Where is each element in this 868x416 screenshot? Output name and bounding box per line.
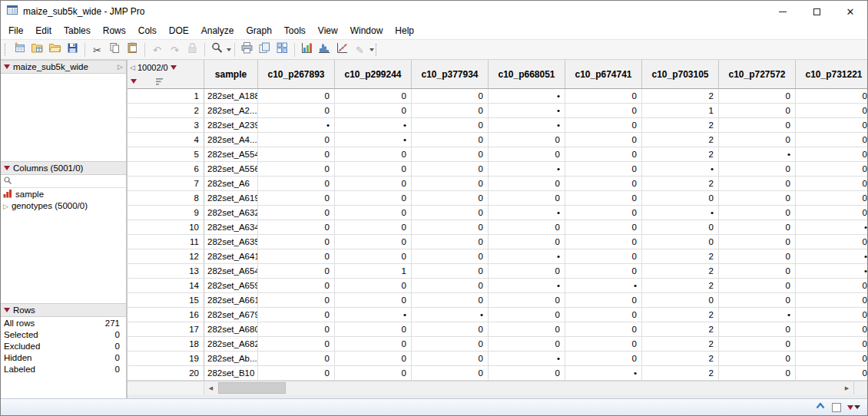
value-cell[interactable]: 0: [719, 206, 796, 220]
value-cell[interactable]: 0: [796, 308, 868, 322]
value-cell[interactable]: 0: [335, 235, 412, 249]
value-cell[interactable]: 0: [565, 352, 642, 366]
value-cell[interactable]: 0: [565, 147, 642, 162]
value-cell[interactable]: 0: [565, 133, 642, 147]
row-number-cell[interactable]: 11: [128, 235, 204, 249]
value-cell[interactable]: 0: [412, 177, 489, 191]
value-cell[interactable]: 0: [258, 191, 335, 206]
value-cell[interactable]: 0: [489, 235, 565, 249]
columns-list-item-1[interactable]: sample: [1, 188, 126, 200]
sample-cell[interactable]: 282set_A4...: [204, 133, 258, 147]
value-cell[interactable]: 2: [642, 337, 719, 352]
menu-item-tables[interactable]: Tables: [58, 22, 97, 39]
panel-collapse-chevron-icon[interactable]: ▷: [118, 63, 123, 71]
value-cell[interactable]: 0: [796, 89, 868, 104]
menu-item-cols[interactable]: Cols: [132, 22, 163, 39]
value-cell[interactable]: 0: [719, 162, 796, 177]
value-cell[interactable]: 0: [719, 191, 796, 206]
row-number-cell[interactable]: 2: [128, 104, 204, 118]
rows-header-red-triangle-icon[interactable]: [131, 79, 137, 84]
sample-cell[interactable]: 282set_A556: [204, 162, 258, 177]
sample-cell[interactable]: 282set_A619: [204, 191, 258, 206]
value-cell[interactable]: 0: [489, 220, 565, 235]
value-cell[interactable]: 0: [335, 366, 412, 381]
menu-item-file[interactable]: File: [2, 22, 29, 39]
value-cell[interactable]: 0: [335, 147, 412, 162]
menu-item-edit[interactable]: Edit: [29, 22, 58, 39]
column-header-sample[interactable]: sample: [204, 60, 258, 88]
value-cell[interactable]: 0: [412, 162, 489, 177]
value-cell[interactable]: 0: [412, 118, 489, 133]
horizontal-scrollbar[interactable]: ◀ ▶: [128, 381, 867, 395]
value-cell[interactable]: 0: [412, 279, 489, 293]
scroll-left-button[interactable]: ◀: [204, 381, 217, 395]
value-cell[interactable]: 2: [642, 322, 719, 337]
value-cell[interactable]: 0: [719, 322, 796, 337]
row-number-cell[interactable]: 6: [128, 162, 204, 177]
columns-list-item-2[interactable]: ▷genotypes (5000/0): [1, 200, 126, 211]
row-number-cell[interactable]: 4: [128, 133, 204, 147]
value-cell[interactable]: 0: [489, 293, 565, 308]
value-cell[interactable]: 0: [796, 104, 868, 118]
value-cell[interactable]: 0: [565, 162, 642, 177]
value-cell[interactable]: 0: [642, 220, 719, 235]
value-cell[interactable]: 0: [719, 235, 796, 249]
value-cell[interactable]: •: [719, 308, 796, 322]
value-cell[interactable]: 2: [642, 264, 719, 279]
columns-header-red-triangle-icon[interactable]: [171, 65, 177, 70]
value-cell[interactable]: 0: [796, 133, 868, 147]
menu-item-graph[interactable]: Graph: [240, 22, 277, 39]
sample-cell[interactable]: 282set_A554: [204, 147, 258, 162]
menu-item-tools[interactable]: Tools: [278, 22, 312, 39]
header-sort-icon[interactable]: [156, 78, 166, 86]
value-cell[interactable]: 0: [489, 191, 565, 206]
sample-cell[interactable]: 282set_A680: [204, 322, 258, 337]
value-cell[interactable]: 0: [796, 279, 868, 293]
graph-builder-button[interactable]: [298, 41, 316, 58]
copy-button[interactable]: [106, 41, 124, 58]
value-cell[interactable]: •: [796, 220, 868, 235]
value-cell[interactable]: 0: [258, 177, 335, 191]
rows-stat-excluded[interactable]: Excluded0: [1, 340, 126, 352]
value-cell[interactable]: 0: [412, 264, 489, 279]
column-header-c10_p727572[interactable]: c10_p727572: [719, 60, 796, 88]
columns-menu-red-triangle-icon[interactable]: [4, 166, 10, 170]
value-cell[interactable]: 0: [258, 147, 335, 162]
value-cell[interactable]: 1: [642, 104, 719, 118]
rows-stat-selected[interactable]: Selected0: [1, 329, 126, 340]
sample-cell[interactable]: 282set_A188: [204, 89, 258, 104]
value-cell[interactable]: 0: [719, 104, 796, 118]
value-cell[interactable]: 0: [489, 133, 565, 147]
value-cell[interactable]: •: [258, 118, 335, 133]
open-data-table-button[interactable]: [28, 41, 46, 58]
columns-search-input[interactable]: [15, 177, 124, 186]
save-button[interactable]: [64, 41, 81, 58]
value-cell[interactable]: 0: [796, 162, 868, 177]
value-cell[interactable]: 2: [642, 118, 719, 133]
value-cell[interactable]: 0: [258, 235, 335, 249]
rows-menu-red-triangle-icon[interactable]: [4, 308, 10, 312]
value-cell[interactable]: 0: [565, 191, 642, 206]
value-cell[interactable]: •: [412, 308, 489, 322]
sample-cell[interactable]: 282set_Ab...: [204, 352, 258, 366]
value-cell[interactable]: 0: [565, 220, 642, 235]
dropdown-caret-icon[interactable]: [369, 48, 374, 51]
value-cell[interactable]: 0: [335, 89, 412, 104]
journal-button[interactable]: [256, 41, 273, 58]
new-data-table-button[interactable]: [11, 41, 28, 58]
row-number-cell[interactable]: 7: [128, 177, 204, 191]
row-number-cell[interactable]: 16: [128, 308, 204, 322]
value-cell[interactable]: 1: [335, 264, 412, 279]
menu-item-doe[interactable]: DOE: [163, 22, 195, 39]
value-cell[interactable]: 2: [642, 366, 719, 381]
value-cell[interactable]: •: [489, 162, 565, 177]
value-cell[interactable]: 0: [719, 249, 796, 264]
row-number-cell[interactable]: 5: [128, 147, 204, 162]
search-button[interactable]: [208, 41, 226, 58]
value-cell[interactable]: 0: [489, 177, 565, 191]
row-number-cell[interactable]: 10: [128, 220, 204, 235]
value-cell[interactable]: 0: [258, 366, 335, 381]
paste-button[interactable]: [124, 41, 141, 58]
value-cell[interactable]: 0: [335, 206, 412, 220]
value-cell[interactable]: 0: [642, 235, 719, 249]
